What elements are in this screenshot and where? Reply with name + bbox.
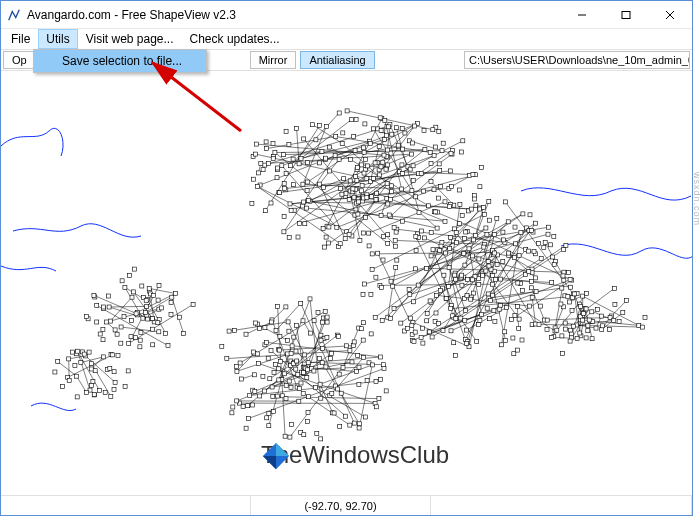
svg-rect-780: [112, 388, 116, 392]
svg-rect-432: [530, 228, 534, 232]
svg-rect-397: [370, 252, 374, 256]
svg-rect-272: [503, 200, 507, 204]
svg-rect-636: [356, 353, 360, 357]
svg-rect-210: [371, 127, 375, 131]
svg-rect-603: [330, 391, 334, 395]
svg-rect-694: [325, 336, 329, 340]
svg-rect-817: [545, 328, 549, 332]
svg-rect-488: [511, 336, 515, 340]
status-cell-right: [431, 496, 692, 515]
svg-rect-61: [324, 125, 328, 129]
svg-rect-562: [297, 387, 301, 391]
svg-rect-541: [246, 417, 250, 421]
svg-rect-721: [140, 284, 144, 288]
svg-rect-239: [288, 202, 292, 206]
svg-rect-783: [70, 350, 74, 354]
svg-rect-791: [102, 355, 106, 359]
svg-rect-426: [547, 225, 551, 229]
svg-rect-564: [337, 372, 341, 376]
toolbar-antialiasing-button[interactable]: Antialiasing: [300, 51, 374, 69]
svg-rect-244: [368, 141, 372, 145]
svg-line-4: [153, 63, 241, 131]
svg-rect-683: [302, 433, 306, 437]
svg-rect-803: [91, 380, 95, 384]
svg-rect-809: [85, 391, 89, 395]
menu-file[interactable]: File: [3, 29, 38, 49]
svg-rect-692: [284, 305, 288, 309]
svg-rect-622: [253, 321, 257, 325]
svg-rect-335: [475, 339, 479, 343]
svg-rect-124: [356, 212, 360, 216]
svg-rect-343: [430, 335, 434, 339]
svg-rect-249: [371, 176, 375, 180]
svg-rect-348: [374, 275, 378, 279]
svg-rect-493: [487, 199, 491, 203]
svg-rect-865: [571, 324, 575, 328]
svg-rect-441: [539, 256, 543, 260]
svg-rect-496: [551, 255, 555, 259]
svg-rect-331: [521, 212, 525, 216]
svg-rect-101: [438, 169, 442, 173]
svg-rect-479: [506, 220, 510, 224]
svg-rect-246: [324, 235, 328, 239]
svg-rect-394: [530, 295, 534, 299]
svg-rect-83: [318, 182, 322, 186]
svg-rect-338: [534, 276, 538, 280]
svg-rect-207: [351, 187, 355, 191]
svg-rect-830: [599, 314, 603, 318]
svg-rect-822: [612, 286, 616, 290]
svg-rect-235: [400, 171, 404, 175]
svg-rect-471: [478, 318, 482, 322]
svg-rect-224: [307, 199, 311, 203]
close-button[interactable]: [648, 1, 692, 29]
svg-rect-252: [438, 185, 442, 189]
svg-rect-365: [458, 203, 462, 207]
toolbar-op-button[interactable]: Op: [3, 51, 36, 69]
svg-rect-424: [431, 248, 435, 252]
svg-rect-138: [340, 141, 344, 145]
svg-rect-595: [341, 366, 345, 370]
svg-rect-483: [460, 283, 464, 287]
svg-rect-163: [394, 126, 398, 130]
svg-rect-766: [134, 336, 138, 340]
svg-rect-204: [427, 204, 431, 208]
svg-rect-97: [382, 234, 386, 238]
svg-rect-852: [568, 328, 572, 332]
maximize-button[interactable]: [604, 1, 648, 29]
svg-rect-580: [318, 356, 322, 360]
svg-rect-476: [533, 221, 537, 225]
svg-rect-772: [177, 315, 181, 319]
svg-rect-135: [413, 124, 417, 128]
file-path-field[interactable]: C:\Users\USER\Downloads\ne_10m_admin_0_b…: [464, 51, 690, 69]
svg-rect-215: [379, 165, 383, 169]
svg-rect-201: [460, 213, 464, 217]
svg-rect-238: [410, 189, 414, 193]
svg-rect-767: [115, 332, 119, 336]
svg-rect-668: [258, 394, 262, 398]
svg-rect-840: [625, 299, 629, 303]
svg-rect-536: [267, 424, 271, 428]
minimize-button[interactable]: [560, 1, 604, 29]
svg-rect-815: [560, 334, 564, 338]
svg-rect-177: [429, 162, 433, 166]
svg-rect-89: [321, 185, 325, 189]
svg-rect-688: [325, 315, 329, 319]
svg-rect-810: [75, 374, 79, 378]
svg-rect-705: [132, 267, 136, 271]
svg-rect-103: [314, 138, 318, 142]
svg-rect-183: [355, 178, 359, 182]
svg-rect-327: [526, 249, 530, 253]
svg-rect-746: [122, 314, 126, 318]
svg-rect-382: [552, 235, 556, 239]
svg-rect-842: [559, 302, 563, 306]
svg-rect-602: [361, 356, 365, 360]
svg-rect-376: [504, 306, 508, 310]
svg-rect-754: [130, 295, 134, 299]
svg-rect-871: [579, 304, 583, 308]
svg-rect-553: [270, 320, 274, 324]
svg-rect-641: [239, 377, 243, 381]
svg-rect-755: [108, 319, 112, 323]
svg-rect-854: [590, 337, 594, 341]
svg-rect-30: [390, 190, 394, 194]
svg-rect-765: [130, 319, 134, 323]
